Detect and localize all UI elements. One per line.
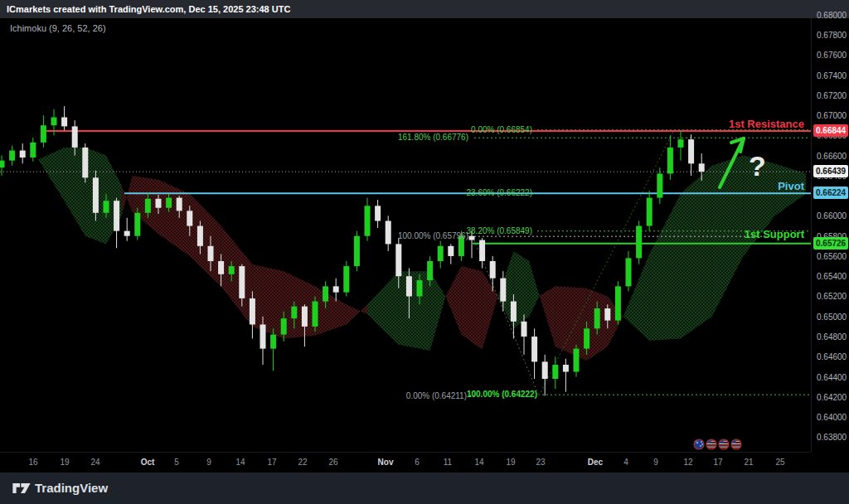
candle-down[interactable] <box>406 276 412 296</box>
candle-down[interactable] <box>61 117 67 126</box>
ichimoku-cloud-red <box>252 264 284 339</box>
candle-up[interactable] <box>229 266 235 274</box>
price-tick: 0.66000 <box>817 211 847 220</box>
flag-au-icon[interactable] <box>693 439 705 450</box>
candle-down[interactable] <box>563 365 569 371</box>
price-axis[interactable]: 0.680000.678000.676000.674000.672000.670… <box>812 18 849 452</box>
candle-down[interactable] <box>531 337 537 361</box>
tradingview-brand-text[interactable]: TradingView <box>35 481 108 495</box>
candle-up[interactable] <box>678 139 684 148</box>
candle-up[interactable] <box>636 226 642 259</box>
candle-down[interactable] <box>302 307 308 327</box>
candle-down[interactable] <box>448 246 454 256</box>
flag-us-icon[interactable] <box>706 439 717 450</box>
candle-up[interactable] <box>647 198 653 226</box>
candle-down[interactable] <box>500 279 506 302</box>
candle-down[interactable] <box>82 148 88 177</box>
candle-down[interactable] <box>208 246 214 261</box>
candle-down[interactable] <box>156 199 162 208</box>
candle-down[interactable] <box>542 361 548 379</box>
candle-up[interactable] <box>427 261 433 280</box>
candle-up[interactable] <box>291 307 297 319</box>
candle-up[interactable] <box>615 286 621 320</box>
ichimoku-cloud-red <box>190 194 221 287</box>
time-tick: Oct <box>133 458 162 467</box>
candle-down[interactable] <box>604 308 610 321</box>
ichimoku-cloud-red <box>122 176 133 216</box>
support-label[interactable]: 1st Support <box>745 228 804 240</box>
candle-up[interactable] <box>667 148 673 174</box>
ichimoku-cloud-red <box>158 180 190 256</box>
candle-down[interactable] <box>699 163 705 172</box>
candle-down[interactable] <box>260 324 266 348</box>
candle-down[interactable] <box>20 151 26 158</box>
fib-label[interactable]: 100.00% (0.65796) <box>336 231 468 240</box>
candle-up[interactable] <box>166 198 172 208</box>
time-tick: Nov <box>371 458 400 467</box>
price-tick: 0.67200 <box>817 91 847 100</box>
candle-down[interactable] <box>218 261 224 274</box>
price-tick: 0.63800 <box>817 433 847 442</box>
candlestick-chart-canvas[interactable]: Ichimoku (9, 26, 52, 26) 0.00% (0.66854)… <box>0 18 812 452</box>
fib-label[interactable]: 23.60% (0.66222) <box>400 188 532 197</box>
candle-up[interactable] <box>0 161 5 167</box>
price-badge: 0.65726 <box>813 237 848 250</box>
fib-label[interactable]: 100.00% (0.64222) <box>405 390 537 399</box>
candle-down[interactable] <box>333 286 339 292</box>
candle-down[interactable] <box>72 126 78 147</box>
fib-label[interactable]: 161.80% (0.66776) <box>336 133 468 142</box>
candle-up[interactable] <box>145 199 151 213</box>
ichimoku-cloud-red <box>555 286 587 361</box>
time-tick: 12 <box>674 458 702 467</box>
candle-up[interactable] <box>343 266 349 293</box>
candle-down[interactable] <box>395 244 401 276</box>
candle-up[interactable] <box>270 335 276 349</box>
candle-down[interactable] <box>124 231 130 236</box>
candle-up[interactable] <box>594 308 600 328</box>
candle-up[interactable] <box>30 143 36 158</box>
candle-down[interactable] <box>490 261 496 279</box>
ichimoku-cloud-red <box>540 286 555 346</box>
projection-arrow-icon[interactable] <box>709 128 759 199</box>
price-badge: 0.66844 <box>813 124 848 137</box>
candle-up[interactable] <box>626 258 632 286</box>
candle-down[interactable] <box>250 298 255 325</box>
time-tick: 16 <box>19 458 47 467</box>
ichimoku-cloud-green <box>529 261 540 317</box>
candle-up[interactable] <box>134 213 140 236</box>
candle-up[interactable] <box>417 280 423 296</box>
candle-up[interactable] <box>552 365 558 379</box>
candle-down[interactable] <box>93 177 99 212</box>
candle-up[interactable] <box>313 302 318 327</box>
flag-us-icon[interactable] <box>730 439 742 450</box>
candle-down[interactable] <box>479 240 485 261</box>
candle-up[interactable] <box>574 349 580 372</box>
tradingview-logo-icon[interactable] <box>12 480 32 497</box>
time-tick: 22 <box>289 458 317 467</box>
candle-up[interactable] <box>584 328 589 348</box>
price-tick: 0.64400 <box>817 373 847 382</box>
candle-down[interactable] <box>522 322 527 337</box>
tradingview-chart-page: { "header": { "watermark": "ICmarkets cr… <box>0 0 849 504</box>
candle-down[interactable] <box>688 139 694 163</box>
candle-up[interactable] <box>9 151 15 161</box>
candle-up[interactable] <box>438 246 444 261</box>
candle-down[interactable] <box>469 236 475 240</box>
candle-down[interactable] <box>511 302 517 322</box>
candle-down[interactable] <box>197 226 203 246</box>
candle-up[interactable] <box>104 201 109 213</box>
candle-down[interactable] <box>177 198 182 211</box>
candle-up[interactable] <box>281 318 287 334</box>
candle-up[interactable] <box>41 125 46 143</box>
flag-us-icon[interactable] <box>718 439 730 450</box>
price-tick: 0.67400 <box>817 71 847 80</box>
time-axis[interactable]: 161924Oct5914172226Nov611141923Dec491217… <box>0 452 811 473</box>
candle-down[interactable] <box>187 211 192 225</box>
candle-down[interactable] <box>375 206 381 220</box>
pivot-label[interactable]: Pivot <box>778 180 804 192</box>
candle-up[interactable] <box>657 173 662 197</box>
candle-up[interactable] <box>51 117 57 125</box>
candle-up[interactable] <box>323 286 328 301</box>
candle-down[interactable] <box>239 266 245 298</box>
candle-down[interactable] <box>114 201 119 230</box>
